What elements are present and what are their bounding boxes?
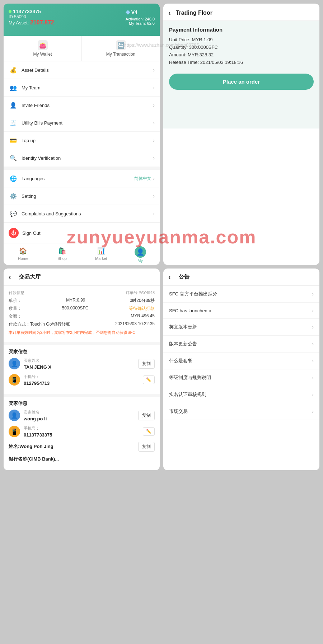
seller-phone-block: 手机号： 01137733375 (24, 426, 139, 438)
total-value: MYR:496.45 (131, 313, 155, 319)
chevron-icon: › (153, 137, 155, 143)
announcement-item-6[interactable]: 实名认证审核规则› (163, 386, 319, 403)
menu-item-utility-bills[interactable]: 🧾 Utility Bills Payment › (4, 114, 160, 132)
section-divider-2 (4, 394, 160, 397)
order-header: 付款信息 订单号:PAY4948 (9, 290, 155, 295)
buyer-phone-value: 0127954713 (24, 381, 139, 386)
announcement-item-5[interactable]: 等级制度与规则说明› (163, 369, 319, 386)
profile-menu-card: 1137733375 ID:55090 My Asset: 2107.872 ◆… (4, 4, 160, 265)
menu-item-my-team[interactable]: 👥 My Team › (4, 79, 160, 97)
chevron-icon: › (312, 409, 314, 414)
menu-item-complaints[interactable]: 💬 Complaints and Suggestions › (4, 205, 160, 223)
payment-info-title: Payment Information (169, 27, 314, 33)
menu-section-2: 🌐 Languages 简体中文 › ⚙️ Setting › 💬 Compla… (4, 170, 160, 223)
quantity-info: Quantity: 300.0000SFC (169, 45, 314, 50)
menu-item-languages[interactable]: 🌐 Languages 简体中文 › (4, 170, 160, 187)
seller-bank-value: 银行名称(CIMB Bank)... (9, 456, 155, 462)
seller-info-section: 卖家信息 👤 卖家姓名 wong po li 复制 📱 手机号： 0113773… (4, 397, 160, 470)
announcement-text: 什么是套餐 (169, 358, 192, 364)
back-button[interactable]: ‹ (168, 9, 171, 17)
menu-label-complaints: Complaints and Suggestions (22, 211, 153, 216)
chevron-icon: › (312, 308, 314, 313)
nav-market[interactable]: 📊 Market (82, 243, 121, 265)
team-row: My Team: 62.0 (126, 21, 155, 25)
announcement-text: 版本更新公告 (169, 341, 197, 347)
menu-item-topup[interactable]: 💳 Top up › (4, 132, 160, 149)
menu-item-identity[interactable]: 🔍 Identity Verification › (4, 149, 160, 167)
invite-friends-icon: 👤 (9, 101, 18, 110)
topup-icon: 💳 (9, 136, 18, 145)
menu-label-identity: Identity Verification (22, 155, 153, 161)
chevron-icon: › (312, 392, 314, 397)
payment-info-label: 付款信息 (9, 290, 24, 295)
asset-amount: 2107.872 (30, 19, 54, 25)
asset-details-icon: 💰 (9, 65, 18, 75)
languages-icon: 🌐 (9, 174, 18, 183)
seller-realname-value: 姓名:Wong Poh Jing (9, 443, 135, 450)
announcement-title: 公告 (179, 274, 189, 280)
menu-item-asset-details[interactable]: 💰 Asset Details › (4, 61, 160, 79)
back-button-cn[interactable]: ‹ (9, 273, 11, 281)
buyer-name-label: 买家姓名 (24, 358, 135, 363)
announcement-item-2[interactable]: 英文版本更新› (163, 319, 319, 336)
place-order-button[interactable]: Place an order (169, 74, 314, 90)
seller-avatar: 👤 (9, 410, 20, 421)
payment-method-row: 付款方式：Touch'n Go/银行转账 2021/05/03 10:22:35 (9, 321, 155, 327)
chevron-icon: › (153, 176, 155, 181)
quantity-row: 数量： 500.0000SFC 等待确认打款 (9, 305, 155, 312)
nav-home-label: Home (18, 256, 28, 261)
chevron-icon: › (153, 193, 155, 199)
seller-phone-label: 手机号： (24, 426, 139, 431)
nav-my[interactable]: 👤 My (121, 243, 160, 265)
nav-market-label: Market (95, 256, 107, 261)
countdown: 0时20分39秒 (130, 298, 155, 304)
menu-label-invite-friends: Invite Friends (22, 103, 153, 108)
buyer-copy-button[interactable]: 复制 (138, 359, 155, 369)
trading-hall-title: 交易大厅 (19, 274, 41, 280)
buyer-avatar: 👤 (9, 358, 20, 369)
seller-realname-copy-button[interactable]: 复制 (138, 442, 155, 452)
transaction-icon: 🔄 (116, 40, 126, 50)
nav-shop[interactable]: 🛍️ Shop (43, 243, 82, 265)
chevron-icon: › (312, 341, 314, 347)
seller-realname-block: 姓名:Wong Poh Jing (9, 443, 135, 450)
buyer-name-row: 👤 买家姓名 TAN JENG X 复制 (9, 358, 155, 370)
seller-phone-row: 📱 手机号： 01137733375 ✏️ (9, 426, 155, 438)
home-icon: 🏠 (18, 246, 28, 256)
announcement-item-0[interactable]: SFC 官方平台推出瓜分› (163, 286, 319, 303)
menu-item-setting[interactable]: ⚙️ Setting › (4, 187, 160, 205)
buyer-name-value: TAN JENG X (24, 364, 135, 370)
my-transaction-button[interactable]: 🔄 My Transaction (82, 36, 160, 61)
quantity-value: 500.0000SFC (62, 305, 88, 312)
order-no: 订单号:PAY4948 (126, 290, 155, 295)
buyer-phone-row: 📱 手机号： 0127954713 ✏️ (9, 374, 155, 386)
chevron-icon: › (153, 211, 155, 216)
complaints-icon: 💬 (9, 209, 18, 218)
menu-item-invite-friends[interactable]: 👤 Invite Friends › (4, 97, 160, 114)
nav-home[interactable]: 🏠 Home (4, 243, 43, 265)
announcement-item-1[interactable]: SFC has launched a› (163, 303, 319, 319)
buyer-edit-button[interactable]: ✏️ (143, 375, 155, 384)
activation-row: Activation: 246.0 (126, 17, 155, 21)
announcement-item-3[interactable]: 版本更新公告› (163, 336, 319, 353)
chevron-icon: › (153, 102, 155, 108)
buyer-phone-icon: 📱 (9, 374, 20, 386)
language-value: 简体中文 (134, 176, 151, 182)
user-id: 1137733375 (13, 9, 41, 14)
seller-copy-button[interactable]: 复制 (138, 411, 155, 420)
buyer-phone-label: 手机号： (24, 374, 139, 379)
wallet-label: My Wallet (33, 52, 52, 57)
back-button-ann[interactable]: ‹ (168, 273, 171, 281)
seller-bank-block: 银行名称(CIMB Bank)... (9, 456, 155, 462)
my-wallet-button[interactable]: 👛 My Wallet (4, 36, 82, 61)
menu-label-languages: Languages (22, 176, 134, 181)
unit-price-label: 单价： (9, 298, 22, 304)
menu-label-my-team: My Team (22, 85, 153, 90)
announcement-item-4[interactable]: 什么是套餐› (163, 353, 319, 369)
buyer-phone-block: 手机号： 0127954713 (24, 374, 139, 386)
total-row: 金额： MYR:496.45 (9, 313, 155, 319)
announcement-item-7[interactable]: 市场交易› (163, 403, 319, 420)
seller-edit-button[interactable]: ✏️ (143, 427, 155, 436)
sign-out-row[interactable]: ⏻ Sign Out (4, 223, 160, 243)
trading-floor-body: Payment Information Unit Price: MYR:1.09… (163, 21, 319, 129)
